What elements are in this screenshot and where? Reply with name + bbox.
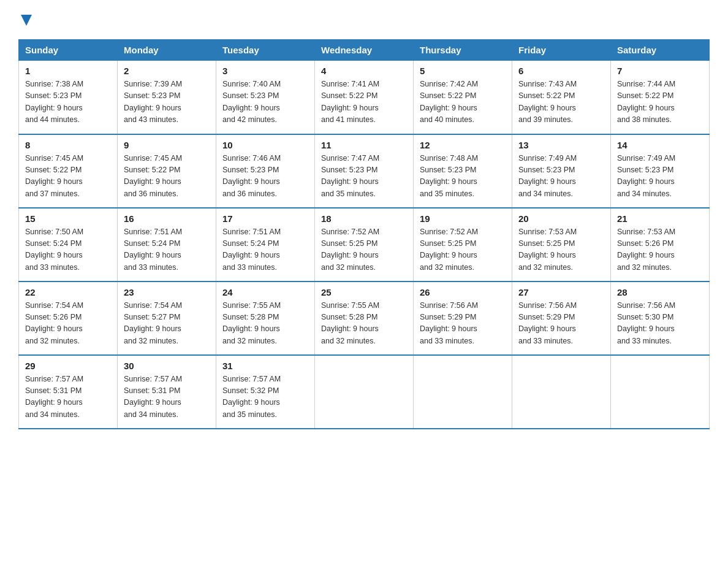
day-number: 2 bbox=[124, 66, 210, 76]
day-number: 25 bbox=[321, 287, 407, 297]
day-info: Sunrise: 7:45 AMSunset: 5:22 PMDaylight:… bbox=[124, 154, 182, 198]
day-number: 1 bbox=[25, 66, 111, 76]
calendar-cell: 10Sunrise: 7:46 AMSunset: 5:23 PMDayligh… bbox=[216, 134, 315, 208]
calendar-cell bbox=[414, 355, 512, 429]
day-number: 9 bbox=[124, 140, 210, 150]
calendar-week-row: 1Sunrise: 7:38 AMSunset: 5:23 PMDaylight… bbox=[19, 61, 710, 134]
calendar-cell: 29Sunrise: 7:57 AMSunset: 5:31 PMDayligh… bbox=[19, 355, 118, 429]
calendar-cell: 12Sunrise: 7:48 AMSunset: 5:23 PMDayligh… bbox=[414, 134, 512, 208]
day-number: 29 bbox=[25, 361, 111, 371]
day-info: Sunrise: 7:52 AMSunset: 5:25 PMDaylight:… bbox=[321, 228, 379, 272]
day-number: 18 bbox=[321, 213, 407, 224]
day-info: Sunrise: 7:52 AMSunset: 5:25 PMDaylight:… bbox=[420, 228, 478, 272]
day-info: Sunrise: 7:53 AMSunset: 5:26 PMDaylight:… bbox=[617, 228, 675, 272]
day-info: Sunrise: 7:54 AMSunset: 5:27 PMDaylight:… bbox=[124, 301, 182, 345]
calendar-cell: 25Sunrise: 7:55 AMSunset: 5:28 PMDayligh… bbox=[315, 282, 414, 355]
calendar-cell: 4Sunrise: 7:41 AMSunset: 5:22 PMDaylight… bbox=[315, 61, 414, 134]
day-number: 6 bbox=[518, 66, 604, 76]
day-info: Sunrise: 7:51 AMSunset: 5:24 PMDaylight:… bbox=[222, 228, 281, 272]
day-number: 14 bbox=[617, 140, 703, 150]
day-number: 31 bbox=[222, 361, 308, 371]
calendar-cell: 21Sunrise: 7:53 AMSunset: 5:26 PMDayligh… bbox=[611, 208, 710, 282]
calendar-cell: 5Sunrise: 7:42 AMSunset: 5:22 PMDaylight… bbox=[414, 61, 512, 134]
column-header-wednesday: Wednesday bbox=[315, 40, 414, 61]
day-info: Sunrise: 7:41 AMSunset: 5:22 PMDaylight:… bbox=[321, 80, 379, 124]
day-info: Sunrise: 7:57 AMSunset: 5:31 PMDaylight:… bbox=[25, 375, 83, 419]
day-number: 7 bbox=[617, 66, 703, 76]
calendar-cell: 6Sunrise: 7:43 AMSunset: 5:22 PMDaylight… bbox=[512, 61, 611, 134]
day-info: Sunrise: 7:44 AMSunset: 5:22 PMDaylight:… bbox=[617, 80, 675, 124]
day-number: 21 bbox=[617, 213, 703, 224]
day-info: Sunrise: 7:42 AMSunset: 5:22 PMDaylight:… bbox=[420, 80, 478, 124]
day-info: Sunrise: 7:49 AMSunset: 5:23 PMDaylight:… bbox=[518, 154, 577, 198]
logo bbox=[18, 12, 33, 27]
day-number: 10 bbox=[222, 140, 308, 150]
column-header-saturday: Saturday bbox=[611, 40, 710, 61]
page-header bbox=[18, 12, 710, 27]
calendar-cell: 31Sunrise: 7:57 AMSunset: 5:32 PMDayligh… bbox=[216, 355, 315, 429]
day-number: 3 bbox=[222, 66, 308, 76]
svg-marker-0 bbox=[21, 15, 32, 26]
day-number: 24 bbox=[222, 287, 308, 297]
calendar-cell: 20Sunrise: 7:53 AMSunset: 5:25 PMDayligh… bbox=[512, 208, 611, 282]
day-number: 8 bbox=[25, 140, 111, 150]
day-info: Sunrise: 7:55 AMSunset: 5:28 PMDaylight:… bbox=[321, 301, 379, 345]
day-info: Sunrise: 7:46 AMSunset: 5:23 PMDaylight:… bbox=[222, 154, 281, 198]
calendar-header-row: SundayMondayTuesdayWednesdayThursdayFrid… bbox=[19, 40, 710, 61]
day-info: Sunrise: 7:53 AMSunset: 5:25 PMDaylight:… bbox=[518, 228, 577, 272]
day-number: 23 bbox=[124, 287, 210, 297]
day-info: Sunrise: 7:50 AMSunset: 5:24 PMDaylight:… bbox=[25, 228, 83, 272]
calendar-cell: 19Sunrise: 7:52 AMSunset: 5:25 PMDayligh… bbox=[414, 208, 512, 282]
calendar-cell: 8Sunrise: 7:45 AMSunset: 5:22 PMDaylight… bbox=[19, 134, 118, 208]
calendar-week-row: 15Sunrise: 7:50 AMSunset: 5:24 PMDayligh… bbox=[19, 208, 710, 282]
calendar-cell bbox=[512, 355, 611, 429]
calendar-cell: 23Sunrise: 7:54 AMSunset: 5:27 PMDayligh… bbox=[118, 282, 216, 355]
calendar-cell: 1Sunrise: 7:38 AMSunset: 5:23 PMDaylight… bbox=[19, 61, 118, 134]
day-info: Sunrise: 7:43 AMSunset: 5:22 PMDaylight:… bbox=[518, 80, 577, 124]
day-info: Sunrise: 7:56 AMSunset: 5:30 PMDaylight:… bbox=[617, 301, 675, 345]
calendar-cell: 9Sunrise: 7:45 AMSunset: 5:22 PMDaylight… bbox=[118, 134, 216, 208]
day-number: 26 bbox=[420, 287, 506, 297]
calendar-cell: 15Sunrise: 7:50 AMSunset: 5:24 PMDayligh… bbox=[19, 208, 118, 282]
day-info: Sunrise: 7:48 AMSunset: 5:23 PMDaylight:… bbox=[420, 154, 478, 198]
day-number: 30 bbox=[124, 361, 210, 371]
day-number: 5 bbox=[420, 66, 506, 76]
calendar-cell: 13Sunrise: 7:49 AMSunset: 5:23 PMDayligh… bbox=[512, 134, 611, 208]
day-number: 27 bbox=[518, 287, 604, 297]
column-header-monday: Monday bbox=[118, 40, 216, 61]
day-info: Sunrise: 7:57 AMSunset: 5:32 PMDaylight:… bbox=[222, 375, 281, 419]
day-number: 13 bbox=[518, 140, 604, 150]
day-number: 28 bbox=[617, 287, 703, 297]
calendar-cell: 24Sunrise: 7:55 AMSunset: 5:28 PMDayligh… bbox=[216, 282, 315, 355]
day-number: 19 bbox=[420, 213, 506, 224]
calendar-cell: 16Sunrise: 7:51 AMSunset: 5:24 PMDayligh… bbox=[118, 208, 216, 282]
day-number: 4 bbox=[321, 66, 407, 76]
logo-arrow-icon bbox=[20, 13, 33, 27]
calendar-cell: 2Sunrise: 7:39 AMSunset: 5:23 PMDaylight… bbox=[118, 61, 216, 134]
day-info: Sunrise: 7:45 AMSunset: 5:22 PMDaylight:… bbox=[25, 154, 83, 198]
calendar-cell: 18Sunrise: 7:52 AMSunset: 5:25 PMDayligh… bbox=[315, 208, 414, 282]
day-info: Sunrise: 7:56 AMSunset: 5:29 PMDaylight:… bbox=[420, 301, 478, 345]
calendar-cell: 17Sunrise: 7:51 AMSunset: 5:24 PMDayligh… bbox=[216, 208, 315, 282]
day-info: Sunrise: 7:51 AMSunset: 5:24 PMDaylight:… bbox=[124, 228, 182, 272]
calendar-cell: 22Sunrise: 7:54 AMSunset: 5:26 PMDayligh… bbox=[19, 282, 118, 355]
column-header-thursday: Thursday bbox=[414, 40, 512, 61]
day-info: Sunrise: 7:49 AMSunset: 5:23 PMDaylight:… bbox=[617, 154, 675, 198]
calendar-cell: 7Sunrise: 7:44 AMSunset: 5:22 PMDaylight… bbox=[611, 61, 710, 134]
calendar-cell bbox=[315, 355, 414, 429]
day-number: 16 bbox=[124, 213, 210, 224]
day-info: Sunrise: 7:47 AMSunset: 5:23 PMDaylight:… bbox=[321, 154, 379, 198]
day-number: 15 bbox=[25, 213, 111, 224]
day-number: 11 bbox=[321, 140, 407, 150]
day-number: 22 bbox=[25, 287, 111, 297]
day-info: Sunrise: 7:40 AMSunset: 5:23 PMDaylight:… bbox=[222, 80, 281, 124]
column-header-sunday: Sunday bbox=[19, 40, 118, 61]
calendar-week-row: 22Sunrise: 7:54 AMSunset: 5:26 PMDayligh… bbox=[19, 282, 710, 355]
day-number: 20 bbox=[518, 213, 604, 224]
column-header-tuesday: Tuesday bbox=[216, 40, 315, 61]
day-info: Sunrise: 7:56 AMSunset: 5:29 PMDaylight:… bbox=[518, 301, 577, 345]
calendar-cell: 3Sunrise: 7:40 AMSunset: 5:23 PMDaylight… bbox=[216, 61, 315, 134]
calendar-cell: 28Sunrise: 7:56 AMSunset: 5:30 PMDayligh… bbox=[611, 282, 710, 355]
day-number: 17 bbox=[222, 213, 308, 224]
day-number: 12 bbox=[420, 140, 506, 150]
